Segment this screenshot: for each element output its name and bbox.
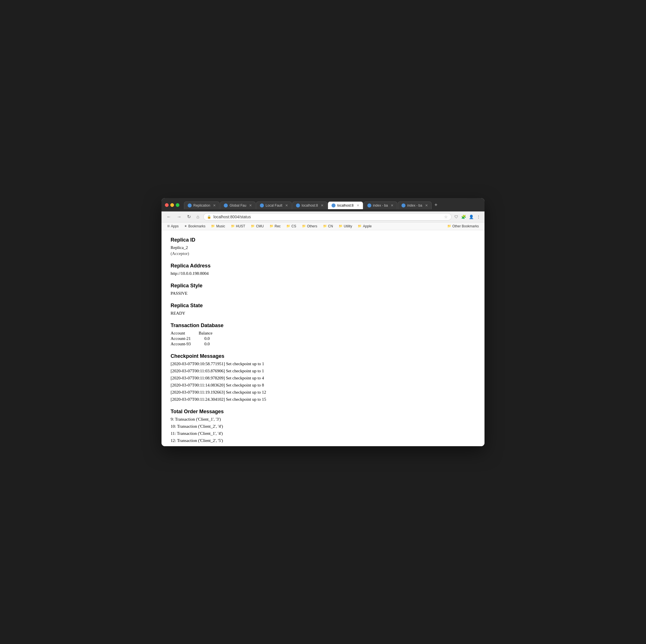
db-header-row: Account Balance bbox=[171, 331, 475, 336]
checkpoint-heading: Checkpoint Messages bbox=[171, 353, 475, 359]
shield-icon[interactable]: 🛡 bbox=[454, 214, 459, 220]
close-button[interactable] bbox=[165, 203, 169, 207]
tab-close-4[interactable]: ✕ bbox=[321, 204, 324, 208]
account-21: Account-21 bbox=[171, 336, 191, 341]
tab-close-3[interactable]: ✕ bbox=[285, 204, 288, 208]
list-item: [2020-03-07T00:11:19.192663] Set checkpo… bbox=[171, 390, 475, 395]
tab-favicon-3 bbox=[260, 204, 264, 208]
extensions-icon[interactable]: 🧩 bbox=[461, 214, 466, 220]
tab-label-3: Local Fault bbox=[265, 204, 282, 208]
tab-local-fault[interactable]: Local Fault ✕ bbox=[256, 202, 292, 209]
bookmarks-bar: ⊞ Apps ★ Bookmarks 📁 Music 📁 HUST 📁 CMU … bbox=[162, 223, 484, 230]
transaction-db-heading: Transaction Database bbox=[171, 323, 475, 329]
tab-label-7: index - ba bbox=[407, 204, 422, 208]
minimize-button[interactable] bbox=[170, 203, 174, 207]
bookmark-music-label: Music bbox=[216, 224, 225, 228]
tab-favicon-7 bbox=[402, 204, 406, 208]
tab-close-5[interactable]: ✕ bbox=[356, 204, 359, 208]
title-bar: Replication ✕ Global Fau ✕ Local Fault ✕… bbox=[162, 198, 484, 230]
tab-label-5: localhost:8 bbox=[337, 204, 353, 208]
tab-favicon-2 bbox=[224, 204, 228, 208]
tab-localhost-4[interactable]: localhost:8 ✕ bbox=[292, 202, 327, 209]
bookmark-other-bookmarks-label: Other Bookmarks bbox=[452, 224, 479, 228]
new-tab-button[interactable]: + bbox=[432, 201, 440, 209]
address-lock-icon: 🔒 bbox=[207, 215, 211, 219]
total-order-heading: Total Order Messages bbox=[171, 409, 475, 415]
balance-21: 0.0 bbox=[204, 336, 210, 341]
list-item: [2020-03-07T00:11:08.978209] Set checkpo… bbox=[171, 376, 475, 381]
folder-hust-icon: 📁 bbox=[231, 224, 235, 228]
tab-label-4: localhost:8 bbox=[302, 204, 318, 208]
replica-state-heading: Replica State bbox=[171, 303, 475, 309]
transaction-db-table: Account Balance Account-21 0.0 Account-9… bbox=[171, 331, 475, 347]
tab-close-7[interactable]: ✕ bbox=[425, 204, 428, 208]
bookmark-music[interactable]: 📁 Music bbox=[209, 224, 227, 229]
bookmark-cn-label: CN bbox=[328, 224, 333, 228]
address-star-icon[interactable]: ☆ bbox=[444, 215, 448, 219]
col-balance-header: Balance bbox=[199, 331, 212, 336]
tab-close-1[interactable]: ✕ bbox=[213, 204, 216, 208]
replica-id-value: Replica_2 bbox=[171, 245, 475, 250]
bookmark-cs[interactable]: 📁 CS bbox=[284, 224, 299, 229]
tab-favicon-5 bbox=[332, 204, 335, 208]
bookmark-cmu[interactable]: 📁 CMU bbox=[248, 224, 266, 229]
col-account-header: Account bbox=[171, 331, 185, 336]
tab-close-6[interactable]: ✕ bbox=[391, 204, 394, 208]
bookmark-bookmarks-label: Bookmarks bbox=[188, 224, 205, 228]
bookmark-rec[interactable]: 📁 Rec bbox=[267, 224, 283, 229]
table-row: Account-93 0.0 bbox=[171, 342, 475, 347]
star-icon: ★ bbox=[184, 224, 187, 228]
bookmark-hust[interactable]: 📁 HUST bbox=[229, 224, 248, 229]
tab-localhost-5[interactable]: localhost:8 ✕ bbox=[328, 202, 363, 209]
maximize-button[interactable] bbox=[176, 203, 180, 207]
list-item: [2020-03-07T00:11:24.304102] Set checkpo… bbox=[171, 397, 475, 402]
list-item: 10: Transaction ('Client_2', '4') bbox=[171, 424, 475, 429]
tab-close-2[interactable]: ✕ bbox=[249, 204, 252, 208]
list-item: [2020-03-07T00:11:14.083620] Set checkpo… bbox=[171, 383, 475, 388]
account-93: Account-93 bbox=[171, 342, 191, 347]
bookmark-apps-label: Apps bbox=[171, 224, 179, 228]
bookmark-other-bookmarks[interactable]: 📁 Other Bookmarks bbox=[445, 224, 481, 229]
home-button[interactable]: ⌂ bbox=[195, 214, 201, 220]
window-controls bbox=[165, 203, 180, 207]
address-text: localhost:8004/status bbox=[214, 215, 442, 219]
checkpoint-messages: [2020-03-07T00:10:58.771951] Set checkpo… bbox=[171, 362, 475, 402]
bookmark-bookmarks[interactable]: ★ Bookmarks bbox=[182, 224, 208, 229]
bookmark-utility[interactable]: 📁 Utility bbox=[336, 224, 354, 229]
bookmark-cn[interactable]: 📁 CN bbox=[321, 224, 335, 229]
list-item: [2020-03-07T00:11:03.876906] Set checkpo… bbox=[171, 369, 475, 373]
tab-global-fault[interactable]: Global Fau ✕ bbox=[220, 202, 255, 209]
forward-button[interactable]: → bbox=[175, 214, 183, 220]
refresh-button[interactable]: ↻ bbox=[185, 214, 193, 220]
balance-93: 0.0 bbox=[204, 342, 210, 347]
folder-cs-icon: 📁 bbox=[286, 224, 290, 228]
replica-role: (Acceptor) bbox=[171, 251, 475, 256]
tab-replication[interactable]: Replication ✕ bbox=[184, 202, 219, 209]
bookmark-others[interactable]: 📁 Others bbox=[300, 224, 320, 229]
tab-label-6: index - ba bbox=[373, 204, 388, 208]
replica-address-value: http://10.0.0.198:8004 bbox=[171, 271, 475, 276]
list-item: 12: Transaction ('Client_2', '5') bbox=[171, 438, 475, 443]
replica-address-heading: Replica Address bbox=[171, 263, 475, 269]
tab-index-1[interactable]: index - ba ✕ bbox=[364, 202, 398, 209]
address-bar[interactable]: 🔒 localhost:8004/status ☆ bbox=[203, 213, 451, 221]
tab-label-2: Global Fau bbox=[229, 204, 246, 208]
back-button[interactable]: ← bbox=[165, 214, 173, 220]
bookmark-apple[interactable]: 📁 Apple bbox=[355, 224, 374, 229]
list-item: 13: Transaction ('Client_1', '5') bbox=[171, 445, 475, 446]
bookmark-apps[interactable]: ⊞ Apps bbox=[165, 224, 181, 229]
profile-icon[interactable]: 👤 bbox=[468, 214, 474, 220]
bookmark-cs-label: CS bbox=[292, 224, 296, 228]
menu-icon[interactable]: ⋮ bbox=[476, 214, 481, 220]
nav-right-icons: 🛡 🧩 👤 ⋮ bbox=[454, 214, 481, 220]
tab-label-1: Replication bbox=[193, 204, 210, 208]
folder-rec-icon: 📁 bbox=[270, 224, 274, 228]
nav-bar: ← → ↻ ⌂ 🔒 localhost:8004/status ☆ 🛡 🧩 👤 … bbox=[162, 212, 484, 223]
list-item: [2020-03-07T00:10:58.771951] Set checkpo… bbox=[171, 362, 475, 366]
total-order-messages: 9: Transaction ('Client_1', '3') 10: Tra… bbox=[171, 417, 475, 446]
tab-favicon-6 bbox=[367, 204, 371, 208]
folder-cmu-icon: 📁 bbox=[251, 224, 255, 228]
tab-favicon-1 bbox=[188, 204, 192, 208]
tab-index-2[interactable]: index - ba ✕ bbox=[398, 202, 432, 209]
table-row: Account-21 0.0 bbox=[171, 336, 475, 341]
